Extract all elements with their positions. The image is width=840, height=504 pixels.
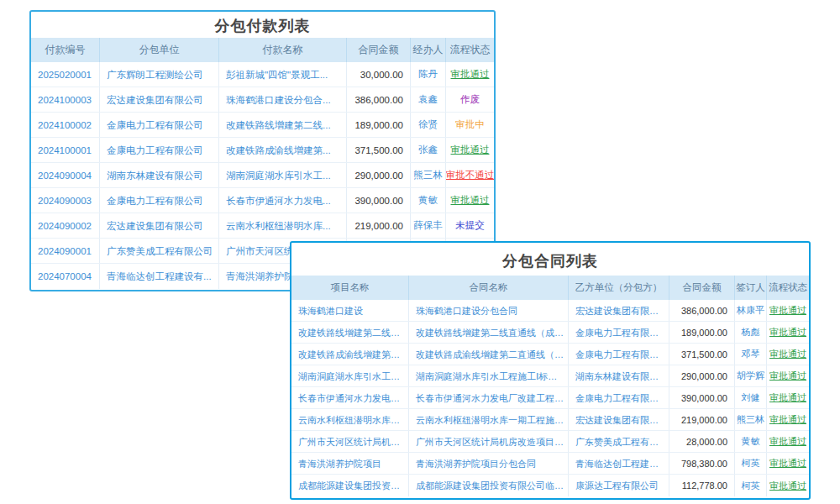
column-header: 项目名称: [291, 276, 409, 300]
link-cell[interactable]: 成都能源建设集团投资有限公司临时办...: [409, 475, 569, 496]
link-cell[interactable]: 2024090001: [31, 239, 100, 263]
money-cell: 189,000.00: [347, 113, 411, 137]
link-cell[interactable]: 改建铁路成渝线增建第二直通线（成渝...: [409, 344, 569, 365]
person-cell: 邓琴: [735, 344, 767, 365]
status-cell[interactable]: 审批通过: [767, 475, 809, 496]
link-cell[interactable]: 广州市天河区统计局机房改造项目分包...: [409, 431, 569, 452]
link-cell[interactable]: 2024070004: [31, 264, 100, 289]
link-cell[interactable]: 宏达建设集团有限公司: [569, 409, 669, 430]
link-cell[interactable]: 湖南洞庭湖水库引水工程施工Ⅰ标: [291, 365, 409, 386]
link-cell[interactable]: 湖南东林建设有限公司: [569, 365, 669, 386]
status-cell[interactable]: 审批通过: [767, 300, 809, 321]
status-cell[interactable]: 审批通过: [446, 138, 494, 162]
money-cell: 30,000.00: [347, 62, 411, 87]
column-header: 付款名称: [219, 38, 347, 62]
status-cell[interactable]: 审批通过: [767, 431, 809, 452]
link-cell[interactable]: 长春市伊通河水力发电厂改建工程分包...: [409, 387, 569, 408]
payment-list-title: 分包付款列表: [31, 12, 494, 38]
column-header: 流程状态: [446, 38, 494, 62]
link-cell[interactable]: 云南水利枢纽潜明水库一期工程施工Ⅰ标...: [409, 409, 569, 430]
status-cell[interactable]: 审批通过: [767, 453, 809, 474]
link-cell[interactable]: 2025020001: [31, 62, 100, 87]
status-cell[interactable]: 审批通过: [767, 365, 809, 386]
column-header: 乙方单位（分包方）: [569, 276, 669, 300]
table-row: 青海洪湖养护院项目青海洪湖养护院项目分包合同青海临达创工程建设...798,38…: [291, 453, 809, 475]
link-cell[interactable]: 云南水利枢纽潜明水库...: [219, 213, 347, 238]
status-cell[interactable]: 作废: [446, 87, 494, 112]
link-cell[interactable]: 湖南洞庭湖水库引水工...: [219, 163, 347, 187]
table-row: 2024090003金康电力工程有限公司长春市伊通河水力发电...390,000…: [31, 188, 494, 213]
link-cell[interactable]: 珠海鹤港口建设分包合...: [219, 87, 347, 112]
money-cell: 798,380.00: [669, 453, 735, 474]
person-cell: 胡学辉: [735, 365, 767, 386]
link-cell[interactable]: 青海临达创工程建设...: [569, 453, 669, 474]
person-cell: 袁鑫: [411, 87, 446, 112]
link-cell[interactable]: 长春市伊通河水力发电厂改建工程: [291, 387, 409, 408]
table-row: 湖南洞庭湖水库引水工程施工Ⅰ标湖南洞庭湖水库引水工程施工Ⅰ标分包合同湖南东林建设…: [291, 365, 809, 387]
link-cell[interactable]: 广州市天河区统计局机房改造项目: [291, 431, 409, 452]
person-cell: 杨彪: [735, 322, 767, 343]
link-cell[interactable]: 青海洪湖养护院项目分包合同: [409, 453, 569, 474]
link-cell[interactable]: 金康电力工程有限公司: [569, 387, 669, 408]
table-row: 改建铁路成渝线增建第二直通线...改建铁路成渝线增建第二直通线（成渝...金康电…: [291, 344, 809, 365]
table-row: 2024090002宏达建设集团有限公司云南水利枢纽潜明水库...219,000…: [31, 213, 494, 239]
link-cell[interactable]: 改建铁路线增建第二线直通线（成都-西...: [409, 322, 569, 343]
link-cell[interactable]: 宏达建设集团有限公司: [100, 87, 219, 112]
column-header: 付款编号: [31, 38, 100, 62]
link-cell[interactable]: 2024090004: [31, 163, 100, 187]
link-cell[interactable]: 2024090002: [31, 213, 100, 238]
link-cell[interactable]: 长春市伊通河水力发电...: [219, 188, 347, 213]
table-row: 广州市天河区统计局机房改造项目广州市天河区统计局机房改造项目分包...广东赞美成…: [291, 431, 809, 453]
contract-table: 项目名称合同名称乙方单位（分包方）合同金额签订人流程状态珠海鹤港口建设珠海鹤港口…: [291, 276, 809, 496]
link-cell[interactable]: 金康电力工程有限公司: [569, 322, 669, 343]
column-header: 合同金额: [669, 276, 735, 300]
link-cell[interactable]: 2024100001: [31, 138, 100, 162]
link-cell[interactable]: 云南水利枢纽潜明水库一期工程...: [291, 409, 409, 430]
link-cell[interactable]: 改建铁路成渝线增建第...: [219, 138, 347, 162]
link-cell[interactable]: 青海临达创工程建设有...: [100, 264, 219, 289]
link-cell[interactable]: 金康电力工程有限公司: [100, 113, 219, 137]
link-cell[interactable]: 彭祖新城"四馆"景观工...: [219, 62, 347, 87]
person-cell: 徐贤: [411, 113, 446, 137]
link-cell[interactable]: 金康电力工程有限公司: [100, 188, 219, 213]
status-cell[interactable]: 审批通过: [767, 409, 809, 430]
status-cell[interactable]: 未提交: [446, 213, 494, 238]
link-cell[interactable]: 2024090003: [31, 188, 100, 213]
link-cell[interactable]: 改建铁路成渝线增建第二直通线...: [291, 344, 409, 365]
table-row: 长春市伊通河水力发电厂改建工程长春市伊通河水力发电厂改建工程分包...金康电力工…: [291, 387, 809, 409]
table-row: 成都能源建设集团投资有限公司...成都能源建设集团投资有限公司临时办...康源达…: [291, 475, 809, 496]
link-cell[interactable]: 改建铁路线增建第二线直通线（...: [291, 322, 409, 343]
link-cell[interactable]: 改建铁路线增建第二线...: [219, 113, 347, 137]
status-cell[interactable]: 审批通过: [767, 344, 809, 365]
person-cell: 熊三林: [411, 163, 446, 187]
link-cell[interactable]: 湖南洞庭湖水库引水工程施工Ⅰ标分包合同: [409, 365, 569, 386]
link-cell[interactable]: 广东赞美成工程有限公司: [100, 239, 219, 263]
person-cell: 张鑫: [411, 138, 446, 162]
link-cell[interactable]: 广东赞美成工程有限...: [569, 431, 669, 452]
link-cell[interactable]: 青海洪湖养护院项目: [291, 453, 409, 474]
status-cell[interactable]: 审批中: [446, 113, 494, 137]
status-cell[interactable]: 审批通过: [446, 188, 494, 213]
link-cell[interactable]: 2024100003: [31, 87, 100, 112]
link-cell[interactable]: 广东辉朗工程测绘公司: [100, 62, 219, 87]
link-cell[interactable]: 2024100002: [31, 113, 100, 137]
status-cell[interactable]: 审批通过: [767, 322, 809, 343]
link-cell[interactable]: 金康电力工程有限公司: [569, 344, 669, 365]
status-cell[interactable]: 审批通过: [767, 387, 809, 408]
status-cell[interactable]: 审批通过: [446, 62, 494, 87]
money-cell: 112,778.00: [669, 475, 735, 496]
link-cell[interactable]: 湖南东林建设有限公司: [100, 163, 219, 187]
link-cell[interactable]: 珠海鹤港口建设分包合同: [409, 300, 569, 321]
link-cell[interactable]: 珠海鹤港口建设: [291, 300, 409, 321]
money-cell: 386,000.00: [347, 87, 411, 112]
table-header-row: 项目名称合同名称乙方单位（分包方）合同金额签订人流程状态: [291, 276, 809, 300]
money-cell: 390,000.00: [347, 188, 411, 213]
link-cell[interactable]: 金康电力工程有限公司: [100, 138, 219, 162]
person-cell: 薛保丰: [411, 213, 446, 238]
money-cell: 290,000.00: [347, 163, 411, 187]
link-cell[interactable]: 宏达建设集团有限公司: [569, 300, 669, 321]
link-cell[interactable]: 宏达建设集团有限公司: [100, 213, 219, 238]
status-cell[interactable]: 审批不通过: [446, 163, 494, 187]
link-cell[interactable]: 成都能源建设集团投资有限公司...: [291, 475, 409, 496]
link-cell[interactable]: 康源达工程有限公司: [569, 475, 669, 496]
